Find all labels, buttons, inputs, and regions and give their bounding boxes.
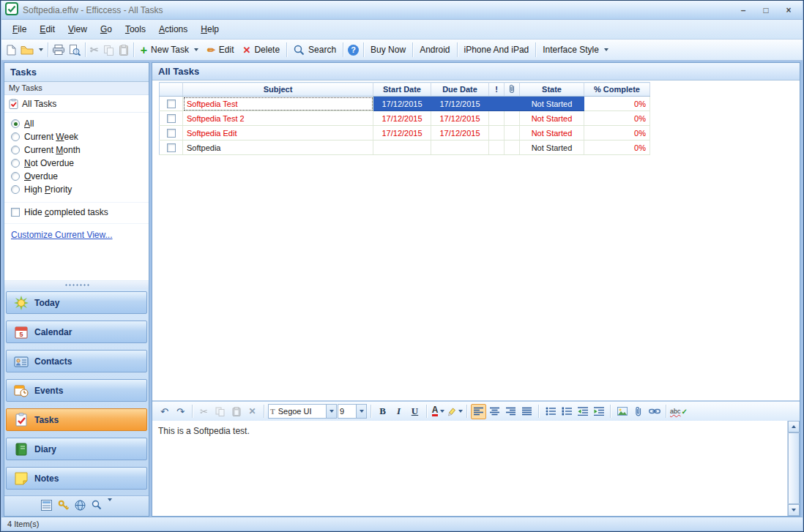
task-subject[interactable]: Softpedia <box>183 141 373 155</box>
indent-button[interactable] <box>591 404 606 419</box>
android-button[interactable]: Android <box>415 42 454 57</box>
col-attachment[interactable] <box>505 83 520 97</box>
nav-today[interactable]: Today <box>6 291 147 314</box>
chevron-down-icon[interactable] <box>356 405 366 418</box>
filter-all[interactable]: All <box>4 117 149 130</box>
filter-current-month[interactable]: Current Month <box>4 143 149 157</box>
task-start-date[interactable]: 17/12/2015 <box>373 126 431 141</box>
nav-tasks[interactable]: Tasks <box>6 408 147 431</box>
task-state[interactable]: Not Started <box>520 111 584 126</box>
task-priority[interactable] <box>489 141 505 155</box>
insert-link-button[interactable] <box>647 404 662 419</box>
customize-view-link[interactable]: Customize Current View... <box>11 230 113 240</box>
open-file-button[interactable] <box>18 43 45 57</box>
cut-button[interactable]: ✂ <box>88 42 101 57</box>
menu-tools[interactable]: Tools <box>119 21 152 37</box>
row-select-cell[interactable] <box>160 126 183 141</box>
italic-button[interactable]: I <box>391 404 406 419</box>
hide-completed-checkbox[interactable]: Hide completed tasks <box>4 202 149 219</box>
task-attachment[interactable] <box>505 141 520 155</box>
outdent-button[interactable] <box>575 404 590 419</box>
task-due-date[interactable]: 17/12/2015 <box>431 111 489 126</box>
task-subject[interactable]: Softpedia Test <box>183 97 373 111</box>
row-checkbox[interactable] <box>167 143 176 152</box>
font-color-button[interactable]: A <box>431 404 446 419</box>
task-priority[interactable] <box>489 97 505 111</box>
chevron-down-icon[interactable] <box>326 405 336 418</box>
scroll-down-button[interactable] <box>788 504 800 516</box>
menu-go[interactable]: Go <box>94 21 119 37</box>
align-center-button[interactable] <box>487 404 502 419</box>
task-complete[interactable]: 0% <box>584 141 650 155</box>
col-subject[interactable]: Subject <box>183 83 373 97</box>
spellcheck-button[interactable]: abc✓ <box>670 404 688 419</box>
redo-button[interactable]: ↷ <box>173 404 188 419</box>
align-left-button[interactable] <box>471 404 486 419</box>
paste-button[interactable] <box>116 42 131 58</box>
underline-button[interactable]: U <box>407 404 423 419</box>
bold-button[interactable]: B <box>375 404 390 419</box>
delete-task-button[interactable]: ✕Delete <box>238 42 284 57</box>
task-start-date[interactable]: 17/12/2015 <box>373 97 431 111</box>
task-priority[interactable] <box>489 126 505 141</box>
filter-not-overdue[interactable]: Not Overdue <box>4 157 149 170</box>
task-attachment[interactable] <box>505 97 520 111</box>
menu-file[interactable]: File <box>6 21 33 37</box>
row-select-cell[interactable] <box>160 111 183 126</box>
menu-view[interactable]: View <box>62 21 94 37</box>
maximize-button[interactable]: □ <box>756 4 776 17</box>
menu-edit[interactable]: Edit <box>33 21 62 37</box>
bullet-list-button[interactable] <box>543 404 558 419</box>
col-due-date[interactable]: Due Date <box>431 83 489 97</box>
minimize-button[interactable]: – <box>733 4 753 17</box>
align-right-button[interactable] <box>503 404 518 419</box>
col-state[interactable]: State <box>520 83 584 97</box>
undo-button[interactable]: ↶ <box>157 404 172 419</box>
task-attachment[interactable] <box>505 111 520 126</box>
search-tool-button[interactable] <box>92 500 102 512</box>
insert-image-button[interactable] <box>614 404 630 419</box>
row-select-cell[interactable] <box>160 141 183 155</box>
help-button[interactable]: ? <box>346 42 361 58</box>
menu-help[interactable]: Help <box>194 21 226 37</box>
nav-events[interactable]: Events <box>6 379 147 402</box>
task-state[interactable]: Not Started <box>520 141 584 155</box>
task-complete[interactable]: 0% <box>584 111 650 126</box>
editor-scrollbar[interactable] <box>787 421 800 516</box>
more-tools-button[interactable] <box>108 501 112 512</box>
task-state[interactable]: Not Started <box>520 97 584 111</box>
filter-overdue[interactable]: Overdue <box>4 170 149 183</box>
task-start-date[interactable]: 17/12/2015 <box>373 111 431 126</box>
nav-calendar[interactable]: 5 Calendar <box>6 321 147 343</box>
delete-button[interactable]: ✕ <box>245 404 260 419</box>
task-due-date[interactable]: 17/12/2015 <box>431 126 489 141</box>
font-size-select[interactable]: 9 <box>338 404 367 419</box>
nav-contacts[interactable]: Contacts <box>6 350 147 372</box>
task-attachment[interactable] <box>505 126 520 141</box>
copy-button[interactable] <box>212 404 228 419</box>
new-document-button[interactable] <box>4 42 18 58</box>
sidebar-item-all-tasks[interactable]: All Tasks <box>4 95 149 113</box>
panel-list-button[interactable] <box>41 500 52 513</box>
row-select-cell[interactable] <box>160 97 183 111</box>
task-complete[interactable]: 0% <box>584 126 650 141</box>
copy-button[interactable] <box>101 42 116 58</box>
menu-actions[interactable]: Actions <box>152 21 194 37</box>
cut-button[interactable]: ✂ <box>196 404 212 419</box>
col-priority[interactable]: ! <box>489 83 505 97</box>
buy-now-button[interactable]: Buy Now <box>366 42 410 57</box>
task-due-date[interactable] <box>431 141 489 155</box>
nav-diary[interactable]: Diary <box>6 438 147 460</box>
row-checkbox[interactable] <box>167 129 176 138</box>
nav-notes[interactable]: Notes <box>6 467 147 490</box>
paste-button[interactable] <box>228 404 244 419</box>
web-button[interactable] <box>75 500 86 513</box>
highlight-button[interactable] <box>447 404 463 419</box>
attach-file-button[interactable] <box>630 404 646 419</box>
task-subject[interactable]: Softpedia Edit <box>183 126 373 141</box>
col-select[interactable] <box>160 83 183 97</box>
new-task-button[interactable]: +New Task <box>136 42 203 57</box>
edit-task-button[interactable]: ✏Edit <box>203 42 239 57</box>
task-priority[interactable] <box>489 111 505 126</box>
scroll-thumb[interactable] <box>788 432 800 504</box>
